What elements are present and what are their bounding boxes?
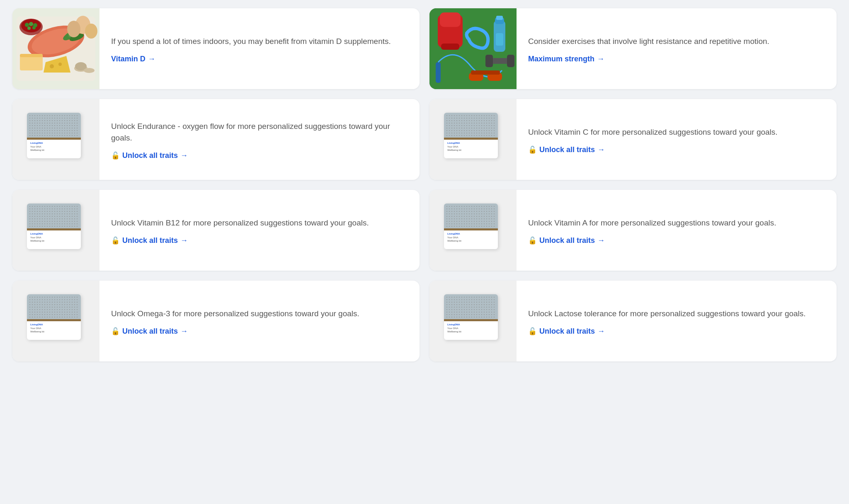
- dna-kit-image: LivingDNA Your DNA Wellbeing kit: [27, 113, 85, 167]
- card-link-text: Unlock all traits: [539, 145, 595, 154]
- card-vitamin-a: LivingDNA Your DNA Wellbeing kit Unlock …: [429, 190, 837, 271]
- card-image-dna: LivingDNA Your DNA Wellbeing kit: [12, 281, 99, 361]
- card-body: Unlock Vitamin B12 for more personalized…: [99, 190, 420, 271]
- card-description: Unlock Vitamin B12 for more personalized…: [111, 217, 408, 229]
- svg-point-14: [84, 68, 95, 73]
- card-link-arrow: →: [180, 327, 188, 336]
- svg-point-20: [27, 27, 31, 30]
- svg-rect-35: [496, 16, 503, 20]
- svg-point-24: [85, 24, 97, 39]
- svg-point-23: [67, 21, 80, 37]
- card-link-text: Unlock all traits: [122, 327, 178, 336]
- dna-kit-image: LivingDNA Your DNA Wellbeing kit: [27, 294, 85, 348]
- card-link-endurance[interactable]: 🔓 Unlock all traits →: [111, 151, 408, 160]
- lock-icon: 🔓: [528, 327, 537, 336]
- card-lactose: LivingDNA Your DNA Wellbeing kit Unlock …: [429, 281, 837, 361]
- card-link-text: Unlock all traits: [539, 327, 595, 336]
- card-link-arrow: →: [597, 327, 605, 336]
- card-body: Unlock Endurance - oxygen flow for more …: [99, 99, 420, 180]
- svg-rect-8: [20, 54, 43, 57]
- card-image-dna: LivingDNA Your DNA Wellbeing kit: [429, 190, 517, 271]
- card-vitamin-d: If you spend a lot of times indoors, you…: [12, 8, 420, 89]
- card-vitamin-b12: LivingDNA Your DNA Wellbeing kit Unlock …: [12, 190, 420, 271]
- card-link-omega3[interactable]: 🔓 Unlock all traits →: [111, 327, 408, 336]
- card-image-dna: LivingDNA Your DNA Wellbeing kit: [429, 99, 517, 180]
- card-description: Unlock Vitamin C for more personalized s…: [528, 126, 825, 138]
- svg-point-11: [58, 63, 62, 66]
- lock-icon: 🔓: [111, 151, 120, 160]
- card-link-arrow: →: [180, 151, 188, 160]
- card-link-arrow: →: [148, 55, 155, 63]
- svg-point-10: [50, 64, 54, 68]
- card-endurance: LivingDNA Your DNA Wellbeing kit Unlock …: [12, 99, 420, 180]
- svg-point-18: [29, 22, 33, 26]
- card-image-dna: LivingDNA Your DNA Wellbeing kit: [12, 190, 99, 271]
- card-link-vitamin-b12[interactable]: 🔓 Unlock all traits →: [111, 236, 408, 245]
- card-link-arrow: →: [180, 236, 188, 245]
- card-link-arrow: →: [597, 55, 604, 63]
- card-body: Unlock Vitamin A for more personalized s…: [517, 190, 837, 271]
- card-link-text: Unlock all traits: [122, 236, 178, 245]
- dna-kit-image: LivingDNA Your DNA Wellbeing kit: [444, 113, 502, 167]
- card-vitamin-c: LivingDNA Your DNA Wellbeing kit Unlock …: [429, 99, 837, 180]
- card-link-vitamin-d[interactable]: Vitamin D →: [111, 55, 408, 63]
- dna-kit-image: LivingDNA Your DNA Wellbeing kit: [444, 294, 502, 348]
- lock-icon: 🔓: [111, 327, 120, 336]
- card-body: Unlock Lactose tolerance for more person…: [517, 281, 837, 361]
- card-image-dna: LivingDNA Your DNA Wellbeing kit: [429, 281, 517, 361]
- card-link-maximum-strength[interactable]: Maximum strength →: [528, 55, 825, 63]
- card-omega3: LivingDNA Your DNA Wellbeing kit Unlock …: [12, 281, 420, 361]
- card-link-vitamin-c[interactable]: 🔓 Unlock all traits →: [528, 145, 825, 154]
- card-image-exercise: [429, 8, 517, 89]
- svg-rect-32: [436, 62, 441, 83]
- card-description: If you spend a lot of times indoors, you…: [111, 36, 408, 47]
- svg-rect-27: [440, 12, 461, 27]
- card-description: Unlock Vitamin A for more personalized s…: [528, 217, 825, 229]
- svg-point-17: [25, 23, 29, 27]
- card-image-food: [12, 8, 99, 89]
- svg-rect-30: [485, 55, 493, 67]
- card-description: Unlock Omega-3 for more personalized sug…: [111, 308, 408, 320]
- card-description: Unlock Endurance - oxygen flow for more …: [111, 121, 408, 143]
- lock-icon: 🔓: [528, 145, 537, 154]
- svg-rect-31: [507, 55, 514, 67]
- card-link-text: Vitamin D: [111, 55, 146, 63]
- svg-rect-36: [496, 33, 503, 46]
- card-grid: If you spend a lot of times indoors, you…: [12, 8, 837, 361]
- svg-rect-28: [441, 44, 459, 50]
- svg-point-21: [32, 26, 36, 29]
- card-link-lactose[interactable]: 🔓 Unlock all traits →: [528, 327, 825, 336]
- card-description: Consider exercises that involve light re…: [528, 36, 825, 47]
- card-link-vitamin-a[interactable]: 🔓 Unlock all traits →: [528, 236, 825, 245]
- card-link-text: Unlock all traits: [122, 151, 178, 160]
- card-body: Consider exercises that involve light re…: [517, 8, 837, 89]
- card-image-dna: LivingDNA Your DNA Wellbeing kit: [12, 99, 99, 180]
- card-description: Unlock Lactose tolerance for more person…: [528, 308, 825, 320]
- card-maximum-strength: Consider exercises that involve light re…: [429, 8, 837, 89]
- card-body: Unlock Vitamin C for more personalized s…: [517, 99, 837, 180]
- card-link-arrow: →: [597, 145, 605, 154]
- lock-icon: 🔓: [528, 236, 537, 245]
- card-link-text: Unlock all traits: [539, 236, 595, 245]
- card-body: If you spend a lot of times indoors, you…: [99, 8, 420, 89]
- dna-kit-image: LivingDNA Your DNA Wellbeing kit: [444, 204, 502, 257]
- svg-rect-39: [471, 70, 500, 75]
- card-link-arrow: →: [597, 236, 605, 245]
- card-link-text: Maximum strength: [528, 55, 594, 63]
- card-body: Unlock Omega-3 for more personalized sug…: [99, 281, 420, 361]
- dna-kit-image: LivingDNA Your DNA Wellbeing kit: [27, 204, 85, 257]
- lock-icon: 🔓: [111, 236, 120, 245]
